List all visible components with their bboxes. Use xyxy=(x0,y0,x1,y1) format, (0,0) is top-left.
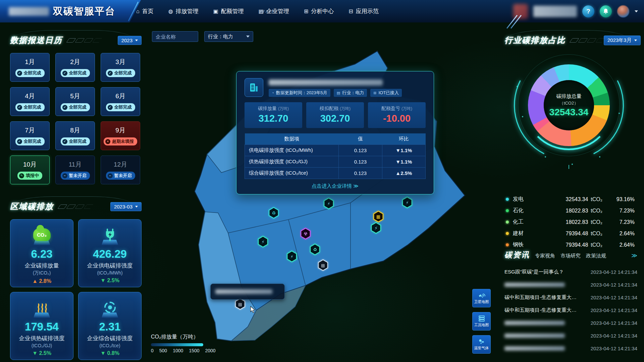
news-item[interactable]: 碳中和五期项目-生态修复重大工程... 2023-04-12 14:21:34 xyxy=(504,291,637,304)
news-title-blurred xyxy=(504,283,565,287)
industry-period-select[interactable]: 2023年3月 xyxy=(604,36,641,45)
month-card-7[interactable]: 7月 ✔全部完成 xyxy=(10,121,50,150)
table-row: 供电碳排放强度 (tCO₂/MWh) 0.123 ▼1.1% xyxy=(245,145,426,156)
month-card-6[interactable]: 6月 ✔全部完成 xyxy=(101,87,140,116)
legend-row-chemical[interactable]: 化工 18022.83 tCO₂ 7.23% xyxy=(506,219,635,226)
map-marker-power[interactable]: ⚡ xyxy=(371,223,381,233)
nav-item-home[interactable]: ⌂ 首页 xyxy=(136,7,154,15)
metric-card-power[interactable]: 426.29 企业供电碳排强度 (tCO₂/MWh) ▼ 2.5% xyxy=(78,219,142,287)
metric-card-heat[interactable]: 179.54 企业供热碳排强度 (tCO₂/GJ) ▼ 2.5% xyxy=(10,292,73,360)
map-marker-power[interactable]: ⚡ xyxy=(258,236,268,247)
news-item-blurred[interactable]: 2023-04-12 14:21:34 xyxy=(504,329,637,342)
nav-item-demo[interactable]: ⊟ 应用示范 xyxy=(348,7,378,15)
month-card-8[interactable]: 8月 ✔全部完成 xyxy=(55,121,95,150)
map-marker-document[interactable]: ▤ xyxy=(318,260,328,270)
month-card-9[interactable]: 9月 ×超期未填报 xyxy=(101,121,140,150)
map-marker-recycle[interactable]: ♻ xyxy=(269,207,278,218)
lightning-icon: ⚡ xyxy=(290,254,293,259)
industry-share-section: 行业碳排放占比 2023年3月 碳排放总量 （tCO2） xyxy=(504,35,636,248)
calendar-year-select[interactable]: 2023 xyxy=(118,36,142,45)
nav-item-enterprise[interactable]: ▤ 企业管理 xyxy=(259,7,289,15)
working-condition-map-button[interactable]: 工况地图 xyxy=(472,312,491,330)
user-avatar[interactable] xyxy=(617,5,629,17)
minus-icon: − xyxy=(62,173,67,178)
company-name-input[interactable] xyxy=(152,31,198,42)
stat-value: 302.70 xyxy=(308,113,363,124)
satellite-icon xyxy=(478,292,485,299)
news-tab-policy[interactable]: 政策法规 xyxy=(586,253,606,259)
map-marker-power[interactable]: ⚡ xyxy=(402,197,412,208)
legend-dot xyxy=(506,221,509,224)
legend-row-petrochemical[interactable]: 石化 18022.83 tCO₂ 7.23% xyxy=(506,207,635,214)
cell-item: 综合碳排放强度 (tCO₂/tce) xyxy=(245,168,339,179)
map-mini-tooltip[interactable] xyxy=(210,284,285,300)
satellite-map-button[interactable]: 卫星地图 xyxy=(472,289,491,307)
news-item-blurred[interactable]: 2023-04-12 14:21:34 xyxy=(504,278,637,291)
chevron-down-icon xyxy=(135,206,138,207)
check-icon: ✔ xyxy=(108,71,113,76)
month-card-2[interactable]: 2月 ✔全部完成 xyxy=(55,53,95,82)
news-item-blurred[interactable]: 2023-04-12 14:21:34 xyxy=(504,316,637,329)
metric-change: ▼ 2.5% xyxy=(32,350,51,356)
molecule-icon xyxy=(478,338,485,345)
industry-text: 行业：电力 xyxy=(342,90,364,96)
news-item[interactable]: 碳中和五期项目-生态修复重大工程 2023-04-12 14:21:34 xyxy=(504,304,637,316)
month-status: 暂未开启 xyxy=(114,173,132,179)
help-button[interactable]: ? xyxy=(582,5,594,17)
month-label: 10月 xyxy=(23,160,37,169)
carbon-news-section: 碳资讯 专家视角 市场研究 政策法规 ≫ ESG跟“双碳”是一回事么？ 2023… xyxy=(504,250,637,355)
chevron-down-icon[interactable] xyxy=(635,10,638,12)
map-marker-power[interactable]: ⚡ xyxy=(324,198,333,209)
region-period-select[interactable]: 2023-03 xyxy=(110,202,142,211)
map-marker-grid[interactable]: ▦ xyxy=(374,211,383,222)
edit-icon: ✎ xyxy=(19,173,24,178)
navbar-right: ? xyxy=(513,0,638,22)
month-card-12[interactable]: 12月 −暂未开启 xyxy=(101,156,140,184)
cell-value: 0.123 xyxy=(339,145,382,156)
lightning-icon: ⚡ xyxy=(261,239,264,244)
news-item[interactable]: ESG跟“双碳”是一回事么？ 2023-04-12 14:21:34 xyxy=(504,265,637,278)
map-marker-recycle[interactable]: ♻ xyxy=(310,244,320,255)
stat-quota: 模拟配额 (万吨) 302.70 xyxy=(306,102,364,128)
month-card-3[interactable]: 3月 ✔全部完成 xyxy=(101,53,140,82)
nav-item-emission[interactable]: ◍ 排放管理 xyxy=(168,7,199,15)
donut-chart[interactable]: 碳排放总量 （tCO2） 32543.34 xyxy=(504,46,636,190)
month-card-11[interactable]: 11月 −暂未开启 xyxy=(55,156,95,184)
report-calendar-section: 数据报送日历 2023 1月 ✔全部完成 2月 ✔全部完成 3月 ✔全部完成 4… xyxy=(10,35,142,184)
news-tab-expert[interactable]: 专家视角 xyxy=(535,253,555,259)
industry-donut-ring[interactable]: 碳排放总量 （tCO2） 32543.34 xyxy=(528,64,610,146)
industry-select-value: 行业：电力 xyxy=(208,34,233,40)
month-status: 全部完成 xyxy=(24,138,41,144)
map-color-legend: CO₂排放量（万吨） 0 500 1000 1500 2000 xyxy=(151,334,216,353)
news-tab-market[interactable]: 市场研究 xyxy=(560,253,581,259)
news-more-link[interactable]: ≫ xyxy=(631,252,637,259)
metric-unit: (tCO₂/MWh) xyxy=(97,270,122,276)
legend-row-building-materials[interactable]: 建材 79394.48 tCO₂ 2.64% xyxy=(506,230,635,237)
nav-item-quota[interactable]: ▣ 配额管理 xyxy=(213,7,244,15)
legend-row-power[interactable]: 发电 32543.34 tCO₂ 93.16% xyxy=(506,196,635,203)
metric-value: 6.23 xyxy=(31,248,52,260)
month-card-4[interactable]: 4月 ✔全部完成 xyxy=(10,87,50,116)
map-marker-power[interactable]: ⚡ xyxy=(287,251,297,262)
month-status: 全部完成 xyxy=(69,70,87,76)
map-marker-nuclear[interactable]: ☢ xyxy=(301,228,310,239)
legend-dot xyxy=(506,198,509,201)
greenhouse-gas-button[interactable]: 温室气体 xyxy=(472,335,491,354)
metric-card-comprehensive[interactable]: 2.31 企业综合碳排强度 (tCO₂/tce) ▼ 0.8% xyxy=(78,292,142,360)
legend-row-steel[interactable]: 钢铁 79394.48 tCO₂ 2.64% xyxy=(506,241,635,248)
news-item-blurred[interactable]: 2023-04-12 14:21:34 xyxy=(504,342,637,355)
notification-button[interactable] xyxy=(600,5,612,17)
month-card-1[interactable]: 1月 ✔全部完成 xyxy=(10,53,50,82)
enterprise-detail-link[interactable]: 点击进入企业详情 ≫ xyxy=(245,183,426,189)
map-marker-document[interactable]: ▤ xyxy=(235,299,245,309)
gradient-scale-bar xyxy=(151,343,203,346)
month-card-10[interactable]: 10月 ✎填报中 xyxy=(10,156,50,184)
nav-item-analysis[interactable]: ⊞ 分析中心 xyxy=(304,7,334,15)
nav-item-label: 配额管理 xyxy=(221,7,244,15)
month-card-5[interactable]: 5月 ✔全部完成 xyxy=(55,87,95,116)
bell-icon xyxy=(603,8,608,14)
radiation-icon: ☢ xyxy=(304,231,308,236)
metric-card-emission[interactable]: CO₂ 6.23 企业碳排放量 (万tCO₂) ▲ 2.8% xyxy=(10,219,73,287)
metric-label: 企业供热碳排强度 xyxy=(19,335,65,342)
industry-select[interactable]: 行业：电力 xyxy=(204,31,253,42)
